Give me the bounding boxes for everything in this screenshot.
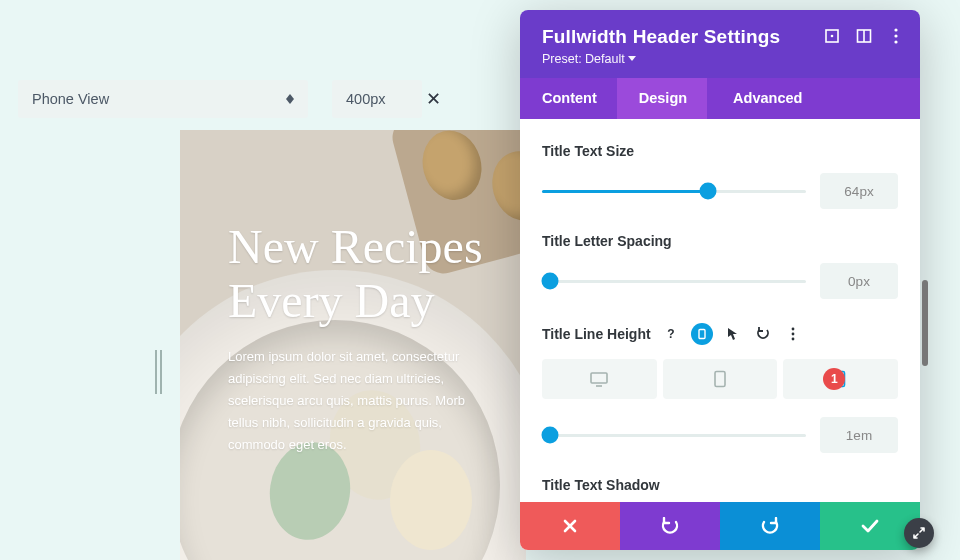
device-desktop[interactable]: [542, 359, 657, 399]
snap-icon[interactable]: [856, 28, 872, 44]
tab-content[interactable]: Content: [520, 78, 617, 119]
item-more-icon[interactable]: [783, 324, 803, 344]
label-title-line-height: Title Line Height ?: [542, 323, 898, 345]
svg-point-10: [791, 333, 794, 336]
decorative-egg: [390, 450, 472, 550]
svg-text:?: ?: [667, 327, 674, 341]
label-title-text-shadow: Title Text Shadow: [542, 477, 898, 493]
svg-point-9: [791, 328, 794, 331]
undo-button[interactable]: [620, 502, 720, 550]
expand-fab[interactable]: [904, 518, 934, 548]
panel-footer: [520, 502, 920, 550]
device-phone[interactable]: 1: [783, 359, 898, 399]
svg-point-4: [894, 28, 897, 31]
hover-icon[interactable]: [723, 324, 743, 344]
slider-thumb[interactable]: [541, 273, 558, 290]
cancel-button[interactable]: [520, 502, 620, 550]
reset-icon[interactable]: [753, 324, 773, 344]
preset-selector[interactable]: Preset: Default: [542, 52, 898, 66]
value-title-line-height[interactable]: 1em: [820, 417, 898, 453]
viewport-mode-dropdown[interactable]: Phone View: [18, 80, 308, 118]
svg-point-5: [894, 34, 897, 37]
responsive-icon[interactable]: [691, 323, 713, 345]
viewport-width-value: 400px: [346, 91, 386, 107]
viewport-width-input[interactable]: 400px: [332, 80, 422, 118]
svg-rect-8: [699, 330, 705, 339]
label-title-text-size: Title Text Size: [542, 143, 898, 159]
svg-point-11: [791, 338, 794, 341]
panel-body: Title Text Size 64px Title Letter Spacin…: [520, 119, 920, 502]
viewport-mode-label: Phone View: [32, 91, 109, 107]
value-title-letter-spacing[interactable]: 0px: [820, 263, 898, 299]
more-menu-icon[interactable]: [888, 28, 904, 44]
panel-tabs: Content Design Advanced: [520, 78, 920, 119]
device-tablet[interactable]: [663, 359, 778, 399]
svg-rect-14: [715, 372, 725, 387]
svg-rect-12: [591, 373, 607, 383]
svg-point-6: [894, 40, 897, 43]
slider-thumb[interactable]: [541, 427, 558, 444]
help-icon[interactable]: ?: [661, 324, 681, 344]
hero-title: New Recipes Every Day: [228, 220, 498, 328]
slider-title-letter-spacing[interactable]: [542, 272, 806, 290]
tab-design[interactable]: Design: [617, 78, 707, 119]
value-title-text-size[interactable]: 64px: [820, 173, 898, 209]
tab-advanced[interactable]: Advanced: [711, 78, 822, 119]
settings-panel: Fullwidth Header Settings Preset: Defaul…: [520, 10, 920, 550]
redo-button[interactable]: [720, 502, 820, 550]
slider-thumb[interactable]: [700, 183, 717, 200]
clear-width-icon[interactable]: ✕: [426, 88, 441, 110]
hero-body: Lorem ipsum dolor sit amet, consectetur …: [228, 346, 498, 456]
svg-point-1: [831, 35, 834, 38]
preview-resize-handle[interactable]: [155, 350, 162, 394]
annotation-badge: 1: [823, 368, 845, 390]
preview-canvas: New Recipes Every Day Lorem ipsum dolor …: [180, 130, 526, 560]
slider-title-line-height[interactable]: [542, 426, 806, 444]
chevron-sort-icon: [286, 94, 294, 104]
expand-icon[interactable]: [824, 28, 840, 44]
panel-header: Fullwidth Header Settings Preset: Defaul…: [520, 10, 920, 78]
panel-scrollbar[interactable]: [922, 280, 928, 366]
preset-label: Preset: Default: [542, 52, 625, 66]
slider-title-text-size[interactable]: [542, 182, 806, 200]
label-title-letter-spacing: Title Letter Spacing: [542, 233, 898, 249]
